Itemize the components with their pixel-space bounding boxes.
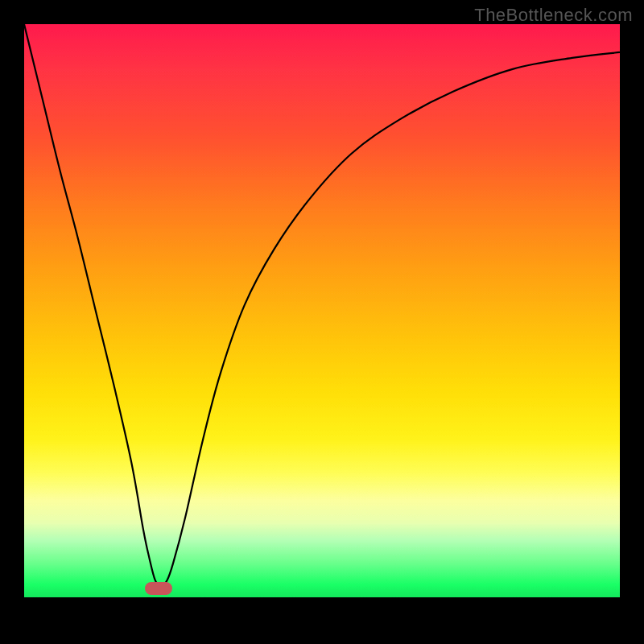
plot-area: [24, 24, 620, 620]
chart-frame: TheBottleneck.com: [0, 0, 644, 644]
bottleneck-curve-svg: [24, 24, 620, 620]
bottleneck-curve: [24, 24, 620, 586]
watermark-text: TheBottleneck.com: [474, 5, 633, 26]
optimal-point-marker: [145, 582, 172, 595]
